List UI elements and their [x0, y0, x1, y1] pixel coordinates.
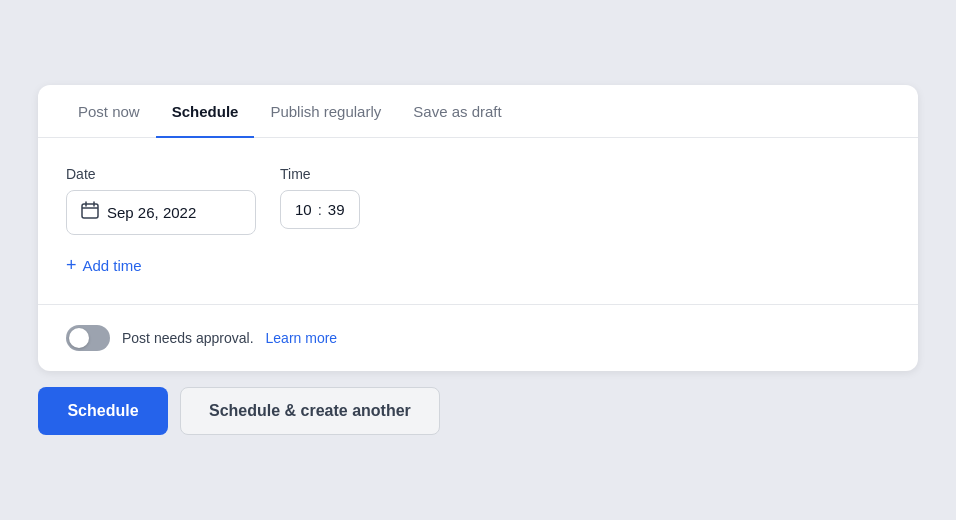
tab-post-now[interactable]: Post now: [62, 85, 156, 138]
tab-save-as-draft[interactable]: Save as draft: [397, 85, 517, 138]
date-value: Sep 26, 2022: [107, 204, 196, 221]
learn-more-link[interactable]: Learn more: [266, 330, 338, 346]
main-container: Post now Schedule Publish regularly Save…: [38, 85, 918, 435]
time-field-group: Time 10 : 39: [280, 166, 360, 229]
calendar-icon: [81, 201, 99, 224]
add-time-label: Add time: [83, 257, 142, 274]
date-field-group: Date Sep 26, 2022: [66, 166, 256, 235]
schedule-button[interactable]: Schedule: [38, 387, 168, 435]
footer-buttons: Schedule Schedule & create another: [38, 371, 918, 435]
time-input[interactable]: 10 : 39: [280, 190, 360, 229]
approval-text: Post needs approval.: [122, 330, 254, 346]
time-label: Time: [280, 166, 360, 182]
schedule-content: Date Sep 26, 2022: [38, 138, 918, 304]
time-hour: 10: [295, 201, 312, 218]
date-label: Date: [66, 166, 256, 182]
schedule-create-another-button[interactable]: Schedule & create another: [180, 387, 440, 435]
plus-icon: +: [66, 255, 77, 276]
tab-publish-regularly[interactable]: Publish regularly: [254, 85, 397, 138]
toggle-thumb: [69, 328, 89, 348]
time-minute: 39: [328, 201, 345, 218]
time-separator: :: [318, 201, 322, 218]
add-time-button[interactable]: + Add time: [66, 255, 890, 276]
tab-schedule[interactable]: Schedule: [156, 85, 255, 138]
approval-toggle[interactable]: [66, 325, 110, 351]
approval-section: Post needs approval. Learn more: [38, 304, 918, 371]
modal-card: Post now Schedule Publish regularly Save…: [38, 85, 918, 371]
tab-bar: Post now Schedule Publish regularly Save…: [38, 85, 918, 138]
date-time-row: Date Sep 26, 2022: [66, 166, 890, 235]
date-input[interactable]: Sep 26, 2022: [66, 190, 256, 235]
svg-rect-0: [82, 204, 98, 218]
